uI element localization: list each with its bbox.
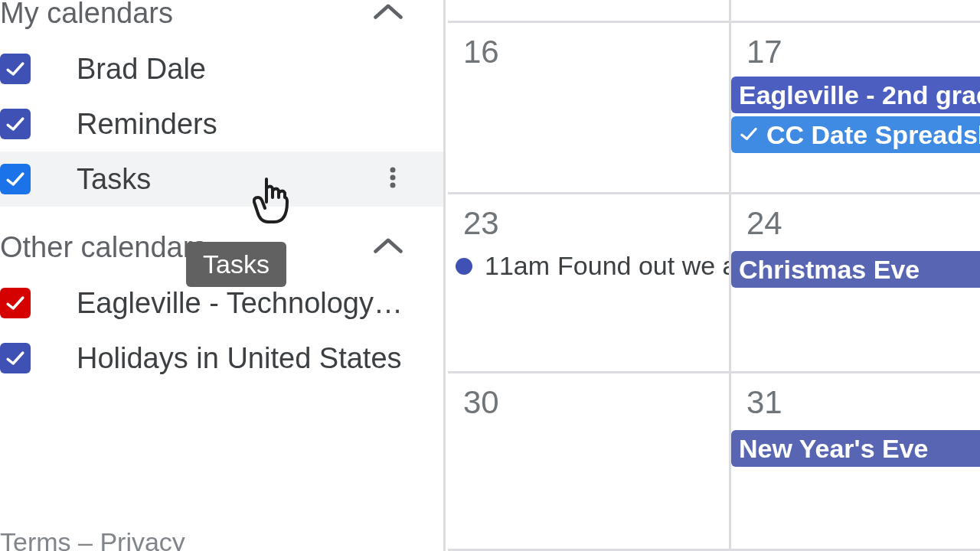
day-number: 31 [746,384,782,421]
chevron-up-icon[interactable] [371,230,405,264]
calendar-cell[interactable]: 16 [448,23,731,192]
event-label: CC Date Spreadsheet [766,120,980,150]
calendar-label: Eagleville - Technology 2017 [77,287,405,320]
checkbox-icon[interactable] [0,109,31,139]
day-number: 30 [463,384,499,421]
svg-point-0 [390,168,396,173]
day-number: 16 [463,34,499,70]
event-christmas-eve[interactable]: Christmas Eve [731,251,980,288]
calendar-label: Tasks [77,163,151,196]
calendar-item-reminders[interactable]: Reminders [0,96,443,152]
event-label: New Year's Eve [739,434,929,464]
privacy-link[interactable]: Privacy [100,527,185,551]
chevron-up-icon[interactable] [371,0,405,30]
calendar-item-holidays-us[interactable]: Holidays in United States [0,331,443,386]
my-calendars-list: Brad Dale Reminders Tasks [0,34,443,207]
day-number: 23 [463,205,499,242]
event-eagleville-2nd[interactable]: Eagleville - 2nd grade [731,77,980,113]
tooltip: Tasks [186,242,286,287]
svg-point-2 [390,183,396,188]
event-label: Christmas Eve [739,255,920,285]
calendar-item-tasks[interactable]: Tasks [0,152,443,207]
check-icon [739,120,759,150]
checkbox-icon[interactable] [0,54,31,84]
calendar-cell[interactable]: 17 Eagleville - 2nd grade CC Date Spread… [731,23,980,192]
calendar-cell[interactable]: 23 11am Found out we are [448,194,731,371]
calendar-label: Reminders [77,108,217,141]
checkbox-icon[interactable] [0,343,31,373]
kebab-menu-icon[interactable] [381,165,405,193]
event-new-years-eve[interactable]: New Year's Eve [731,430,980,467]
svg-point-1 [390,175,396,181]
event-time: 11am [485,251,550,281]
terms-link[interactable]: Terms [0,527,71,551]
checkbox-icon[interactable] [0,288,31,318]
checkbox-icon[interactable] [0,164,31,194]
event-label: Eagleville - 2nd grade [739,80,980,110]
footer-links: Terms – Privacy [0,527,185,551]
calendar-label: Holidays in United States [77,342,402,375]
event-found-out[interactable]: 11am Found out we are [456,251,729,281]
calendar-item-brad-dale[interactable]: Brad Dale [0,41,443,96]
event-title: Found out we are [557,251,729,281]
day-number: 24 [746,205,782,242]
other-calendars-title: Other calendars [0,231,207,264]
calendar-cell[interactable]: 30 [448,373,731,549]
calendar-cell[interactable]: 31 New Year's Eve [731,373,980,549]
my-calendars-title: My calendars [0,0,173,30]
calendar-label: Brad Dale [77,53,206,86]
event-cc-date-spreadsheet[interactable]: CC Date Spreadsheet [731,116,980,153]
day-number: 17 [746,34,782,70]
calendar-cell[interactable]: 24 Christmas Eve [731,194,980,371]
dot-icon [456,258,472,275]
my-calendars-header[interactable]: My calendars [0,0,443,34]
